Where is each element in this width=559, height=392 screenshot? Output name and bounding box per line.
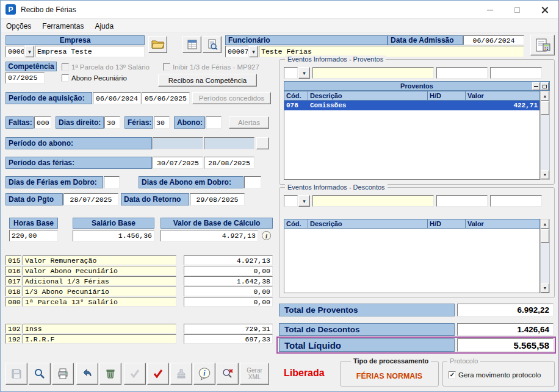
proventos-scrollbar[interactable]: [540, 91, 550, 180]
evento-descricao-field[interactable]: Valor Abono Pecuniário: [23, 266, 176, 276]
descontos-scrollbar[interactable]: [540, 219, 550, 293]
descontos-grid-body[interactable]: [284, 229, 540, 293]
dias-abono-dobro-field[interactable]: [244, 176, 261, 188]
confirm-button[interactable]: [124, 363, 146, 385]
table-row[interactable]: 078 Comissões 422,71: [284, 101, 539, 110]
provento-descricao-input[interactable]: [312, 67, 434, 79]
desconto-codigo-field[interactable]: 192: [5, 334, 21, 344]
evento-descricao-field[interactable]: Adicional 1/3 Férias: [23, 276, 176, 286]
print-button[interactable]: [52, 363, 74, 385]
provento-hd-input[interactable]: [436, 67, 488, 79]
column-header-valor: Valor: [466, 91, 540, 101]
evento-descricao-field[interactable]: 1ª Parcela 13° Salário: [23, 297, 176, 307]
menu-ferramentas[interactable]: Ferramentas: [37, 20, 89, 32]
periodo-abono-fim-field[interactable]: [204, 137, 254, 149]
gerar-xml-button[interactable]: Gerar XML: [240, 363, 269, 385]
scroll-thumb[interactable]: [541, 229, 549, 243]
evento-valor-field[interactable]: 0,00: [184, 287, 273, 296]
grid-restore-button[interactable]: [541, 82, 549, 90]
evento-valor-field[interactable]: 0,00: [184, 266, 273, 276]
checkbox-parcela-13[interactable]: 1ª Parcela do 13º Salário: [62, 63, 150, 71]
dias-ferias-dobro-field[interactable]: [104, 176, 120, 188]
admissao-field[interactable]: 06/06/2024: [463, 35, 524, 45]
evento-codigo-field[interactable]: 018: [5, 287, 21, 296]
data-retorno-field[interactable]: 29/08/2025: [190, 193, 245, 205]
recibos-competencia-button[interactable]: Recibos na Competência: [158, 74, 257, 87]
checkbox-abono-pecuniario[interactable]: Abono Pecuniário: [62, 74, 127, 82]
alertas-button[interactable]: Alertas: [229, 116, 269, 129]
salario-base-field[interactable]: 1.456,36: [73, 230, 154, 241]
provento-valor-input[interactable]: [490, 67, 542, 79]
desconto-descricao-field[interactable]: I.R.R.F: [23, 334, 176, 344]
abono-dias-field[interactable]: [206, 116, 222, 129]
evento-valor-field[interactable]: 0,00: [184, 297, 273, 307]
scroll-down-button[interactable]: [541, 283, 549, 293]
desconto-valor-field[interactable]: 729,31: [184, 324, 273, 333]
discard-button[interactable]: [99, 363, 121, 385]
minimize-button[interactable]: [476, 1, 503, 19]
periodo-abono-mini-button[interactable]: [256, 137, 269, 149]
evento-codigo-field[interactable]: 080: [5, 297, 21, 307]
info-button[interactable]: i: [193, 363, 215, 385]
desconto-valor-field[interactable]: 697,33: [184, 334, 273, 344]
save-icon: [10, 368, 23, 380]
proventos-grid-body[interactable]: 078 Comissões 422,71: [284, 101, 540, 180]
aquisicao-fim-field[interactable]: 05/06/2025: [142, 92, 190, 104]
dias-direito-field[interactable]: 30: [104, 116, 120, 129]
open-button[interactable]: [148, 36, 167, 53]
stamp-button[interactable]: [170, 363, 192, 385]
desconto-descricao-field[interactable]: Inss: [23, 324, 176, 333]
periodo-abono-inicio-field[interactable]: [153, 137, 203, 149]
faltas-field[interactable]: 000: [34, 116, 51, 129]
evento-codigo-field[interactable]: 016: [5, 266, 21, 276]
empresa-code-field[interactable]: 0006: [5, 46, 24, 57]
empresa-lookup-button[interactable]: [25, 46, 34, 57]
report-button[interactable]: [182, 36, 201, 53]
desconto-lookup-button[interactable]: [298, 195, 310, 207]
undo-button[interactable]: [76, 363, 98, 385]
competencia-field[interactable]: 07/2025: [5, 72, 45, 84]
evento-descricao-field[interactable]: 1/3 Abono Pecuniário: [23, 287, 176, 296]
preview-button[interactable]: [203, 36, 222, 53]
periodos-concedidos-button[interactable]: Períodos concedidos: [192, 92, 271, 104]
save-button[interactable]: [5, 363, 27, 385]
search-button[interactable]: [29, 363, 51, 385]
desconto-valor-input[interactable]: [490, 195, 542, 207]
periodo-ferias-fim-field[interactable]: 28/08/2025: [204, 157, 254, 169]
calculate-confirm-button[interactable]: [147, 363, 169, 385]
evento-codigo-field[interactable]: 015: [5, 255, 21, 265]
ferias-dias-field[interactable]: 30: [154, 116, 170, 129]
desconto-descricao-input[interactable]: [312, 195, 434, 207]
cancel-search-button[interactable]: [217, 363, 239, 385]
desconto-codigo-input[interactable]: [284, 195, 298, 207]
checkbox-inibir-terco[interactable]: Inibir 1/3 de Férias - MP927: [163, 63, 259, 71]
provento-codigo-input[interactable]: [284, 67, 298, 79]
empresa-name-field[interactable]: Empresa Teste: [35, 46, 145, 57]
menu-opcoes[interactable]: Opções: [1, 20, 37, 32]
periodo-ferias-inicio-field[interactable]: 30/07/2025: [153, 157, 203, 169]
valor-base-calculo-field[interactable]: 4.927,13: [160, 230, 258, 241]
scroll-up-button[interactable]: [541, 219, 549, 229]
evento-valor-field[interactable]: 4.927,13: [184, 255, 273, 265]
data-pgto-field[interactable]: 28/07/2025: [63, 193, 118, 205]
scroll-down-button[interactable]: [541, 170, 549, 179]
menu-ajuda[interactable]: Ajuda: [89, 20, 119, 32]
scroll-thumb[interactable]: [541, 101, 549, 115]
evento-valor-field[interactable]: 1.642,38: [184, 276, 273, 286]
provento-lookup-button[interactable]: [298, 67, 310, 79]
funcionario-code-field[interactable]: 00007: [225, 46, 248, 57]
horas-base-field[interactable]: 220,00: [9, 230, 58, 241]
close-button[interactable]: [531, 1, 558, 19]
evento-descricao-field[interactable]: Valor Remuneração: [23, 255, 176, 265]
grid-collapse-button[interactable]: [532, 82, 540, 90]
funcionario-lookup-button[interactable]: [249, 46, 258, 57]
desconto-codigo-field[interactable]: 102: [5, 324, 21, 333]
maximize-button[interactable]: [503, 1, 531, 19]
evento-codigo-field[interactable]: 017: [5, 276, 21, 286]
checkbox-gera-movimento-protocolo[interactable]: Gera movimento protocolo: [449, 371, 541, 379]
aquisicao-inicio-field[interactable]: 06/06/2024: [93, 92, 141, 104]
info-icon[interactable]: [262, 231, 271, 240]
desconto-hd-input[interactable]: [436, 195, 488, 207]
generate-receipt-button[interactable]: [530, 35, 555, 55]
scroll-up-button[interactable]: [541, 91, 549, 101]
